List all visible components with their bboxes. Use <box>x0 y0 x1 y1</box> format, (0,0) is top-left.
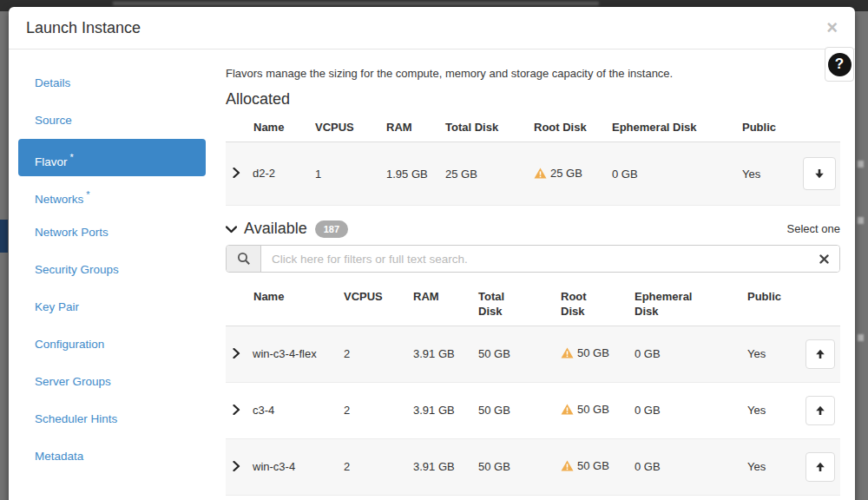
modal-body: Details Source Flavor* Networks* Network… <box>9 49 855 500</box>
flavor-total-disk: 50 GB <box>471 326 554 382</box>
flavor-vcpus: 2 <box>337 326 406 382</box>
sidebar-item-key-pair[interactable]: Key Pair <box>18 288 206 326</box>
move-up-button[interactable] <box>806 339 835 369</box>
available-row: win-c3-4 2 3.91 GB 50 GB 50 GB 0 GB Yes <box>226 438 840 495</box>
sidebar-item-server-groups[interactable]: Server Groups <box>18 363 206 400</box>
available-section-header: Available 187 Select one <box>226 220 840 238</box>
allocated-header-row: Name VCPUS RAM Total Disk Root Disk Ephe… <box>226 114 840 142</box>
available-row: c3-4-flex 2 3.91 GB 50 GB 50 GB 0 GB Yes <box>226 495 840 500</box>
expand-chevron-icon[interactable] <box>233 461 245 474</box>
search-input[interactable] <box>261 246 808 272</box>
sidebar-item-source[interactable]: Source <box>18 102 206 139</box>
flavor-ram: 3.91 GB <box>406 326 471 382</box>
col-root-disk: Root Disk <box>554 283 628 326</box>
col-vcpus: VCPUS <box>337 283 406 326</box>
col-ephemeral-disk: Ephemeral Disk <box>605 114 735 142</box>
warning-icon <box>561 348 574 361</box>
expand-chevron-icon[interactable] <box>233 348 245 361</box>
sidebar-item-label: Network Ports <box>35 226 108 239</box>
modal-header: Launch Instance × <box>9 7 855 49</box>
flavor-public: Yes <box>735 142 796 206</box>
flavor-ephemeral-disk: 0 GB <box>628 495 740 500</box>
sidebar-item-label: Server Groups <box>35 375 111 388</box>
flavor-vcpus: 2 <box>337 382 406 438</box>
flavor-name: win-c3-4 <box>253 460 295 473</box>
available-table: Name VCPUS RAM Total Disk Root Disk Ephe… <box>226 283 840 500</box>
backdrop-text-fragment <box>858 334 864 341</box>
flavor-public: Yes <box>740 326 797 382</box>
sidebar-item-label: Scheduler Hints <box>35 412 117 425</box>
required-asterisk: * <box>86 189 89 200</box>
available-row: win-c3-4-flex 2 3.91 GB 50 GB 50 GB 0 GB… <box>226 326 840 382</box>
flavor-vcpus: 2 <box>337 438 406 495</box>
warning-icon <box>561 461 574 474</box>
flavor-ram: 3.91 GB <box>406 438 471 495</box>
filter-search-bar <box>226 245 840 273</box>
sidebar-item-label: Flavor <box>35 155 68 168</box>
clear-search-icon[interactable] <box>808 246 839 272</box>
backdrop-text-fragment <box>858 217 864 224</box>
sidebar-item-configuration[interactable]: Configuration <box>18 326 206 363</box>
required-asterisk: * <box>70 152 74 162</box>
sidebar-item-details[interactable]: Details <box>18 64 206 102</box>
move-down-button[interactable] <box>803 157 836 190</box>
warning-icon <box>561 405 574 418</box>
launch-instance-modal: Launch Instance × ? Details Source Flavo… <box>9 7 855 500</box>
flavor-total-disk: 50 GB <box>471 438 554 495</box>
col-name: Name <box>226 114 308 142</box>
expand-chevron-icon[interactable] <box>233 168 245 181</box>
select-one-hint: Select one <box>787 222 840 235</box>
flavor-step-content: Flavors manage the sizing for the comput… <box>224 49 846 500</box>
col-ram: RAM <box>379 114 438 142</box>
sidebar-item-flavor[interactable]: Flavor* <box>18 139 206 176</box>
col-vcpus: VCPUS <box>308 114 379 142</box>
flavor-ram: 3.91 GB <box>406 495 471 500</box>
col-total-disk: Total Disk <box>471 283 554 326</box>
sidebar-item-label: Configuration <box>35 338 104 351</box>
flavor-total-disk: 50 GB <box>471 382 554 438</box>
wizard-step-nav: Details Source Flavor* Networks* Network… <box>9 49 224 500</box>
backdrop-selected-nav-fragment <box>0 220 8 253</box>
flavor-root-disk: 50 GB <box>577 459 609 472</box>
sidebar-item-label: Networks <box>35 193 83 206</box>
flavor-root-disk: 50 GB <box>577 403 609 416</box>
available-count-badge: 187 <box>315 220 348 238</box>
available-heading: Available <box>244 220 307 238</box>
allocated-table: Name VCPUS RAM Total Disk Root Disk Ephe… <box>226 114 840 206</box>
expand-chevron-icon[interactable] <box>233 405 245 418</box>
col-name: Name <box>226 283 337 326</box>
col-public: Public <box>735 114 796 142</box>
sidebar-item-label: Source <box>35 114 72 127</box>
backdrop-blurred-text <box>113 2 599 5</box>
flavor-root-disk: 50 GB <box>577 346 609 359</box>
available-header-row: Name VCPUS RAM Total Disk Root Disk Ephe… <box>226 283 840 326</box>
move-up-button[interactable] <box>806 396 835 425</box>
flavor-vcpus: 2 <box>337 495 406 500</box>
search-icon <box>227 246 261 272</box>
move-up-button[interactable] <box>806 452 835 482</box>
collapse-chevron-icon[interactable] <box>226 221 237 237</box>
sidebar-item-security-groups[interactable]: Security Groups <box>18 251 206 288</box>
flavor-public: Yes <box>740 438 797 495</box>
arrow-up-icon <box>814 405 826 417</box>
sidebar-item-metadata[interactable]: Metadata <box>18 438 206 475</box>
arrow-up-icon <box>814 461 826 473</box>
close-icon[interactable]: × <box>826 18 838 37</box>
flavor-ephemeral-disk: 0 GB <box>628 382 740 438</box>
sidebar-item-label: Security Groups <box>35 263 119 276</box>
sidebar-item-network-ports[interactable]: Network Ports <box>18 214 206 251</box>
sidebar-item-label: Metadata <box>35 450 83 463</box>
sidebar-item-scheduler-hints[interactable]: Scheduler Hints <box>18 400 206 438</box>
sidebar-item-networks[interactable]: Networks* <box>18 176 206 214</box>
flavor-ephemeral-disk: 0 GB <box>628 438 740 495</box>
flavor-public: Yes <box>740 495 797 500</box>
flavor-ram: 3.91 GB <box>406 382 471 438</box>
sidebar-item-label: Details <box>35 76 70 89</box>
arrow-up-icon <box>814 348 826 360</box>
flavor-total-disk: 25 GB <box>438 142 527 206</box>
allocated-heading: Allocated <box>226 90 290 109</box>
warning-icon <box>534 168 547 181</box>
backdrop-text-fragment <box>858 161 864 168</box>
col-ram: RAM <box>406 283 471 326</box>
help-button[interactable]: ? <box>825 47 854 82</box>
